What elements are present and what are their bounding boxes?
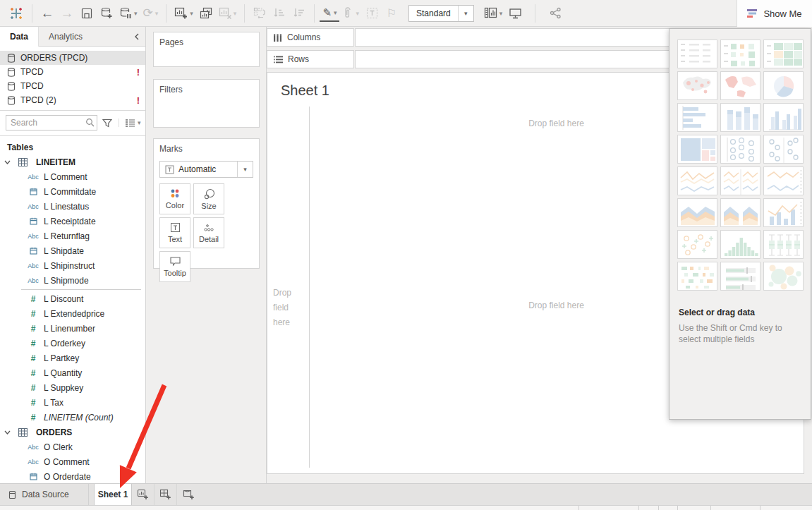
field-item[interactable]: AbcL Shipmode <box>0 273 145 288</box>
fix-axes-button[interactable]: ⚐ <box>382 3 401 24</box>
showme-box-and-whisker-thumbnail[interactable] <box>763 230 804 259</box>
field-item[interactable]: #L Quantity <box>0 365 145 380</box>
showme-side-by-side-bars-thumbnail[interactable] <box>763 103 804 132</box>
filters-card-title: Filters <box>154 80 259 95</box>
redo-button[interactable]: → <box>57 3 77 24</box>
toolbar-divider <box>535 4 535 23</box>
showme-horizontal-bars-thumbnail[interactable] <box>677 103 717 132</box>
swap-rows-columns-button[interactable] <box>250 3 269 24</box>
mark-button-label: Text <box>168 235 182 243</box>
text-mark-button[interactable]: Text <box>159 217 190 248</box>
showme-side-by-side-circles-thumbnail[interactable] <box>763 135 804 164</box>
highlight-button[interactable]: ✎ ▾ <box>320 5 339 22</box>
showme-area-continuous-thumbnail[interactable] <box>677 198 717 227</box>
pause-auto-updates-button[interactable]: ▾ <box>116 3 140 24</box>
showme-lines-continuous-thumbnail[interactable] <box>677 166 717 195</box>
color-mark-button[interactable]: Color <box>159 183 190 214</box>
filters-card[interactable]: Filters <box>153 79 260 128</box>
field-item[interactable]: #L Orderkey <box>0 336 145 351</box>
field-item[interactable]: AbcL Shipinstruct <box>0 258 145 273</box>
showme-gantt-thumbnail[interactable] <box>677 262 717 291</box>
new-story-tab-button[interactable] <box>177 484 200 505</box>
fit-dropdown[interactable]: Standard ▾ <box>408 5 474 22</box>
detail-mark-button[interactable]: Detail <box>193 217 224 248</box>
showme-circle-views-thumbnail[interactable] <box>720 135 761 164</box>
size-mark-button[interactable]: Size <box>193 183 224 214</box>
new-dashboard-tab-button[interactable] <box>154 484 177 505</box>
data-source-item[interactable]: TPCD <box>0 79 145 93</box>
table-group-header[interactable]: LINEITEM <box>0 154 145 169</box>
field-item[interactable]: AbcO Comment <box>0 454 145 469</box>
showme-area-discrete-thumbnail[interactable] <box>720 198 761 227</box>
new-worksheet-tab-button[interactable] <box>132 484 154 505</box>
data-pane: Data Analytics ORDERS (TPCD)TPCD!TPCDTPC… <box>0 27 146 483</box>
field-item[interactable]: #L Tax <box>0 395 145 410</box>
field-item[interactable]: #L Discount <box>0 291 145 306</box>
showme-packed-bubbles-thumbnail[interactable] <box>763 262 804 291</box>
show-mark-labels-button[interactable] <box>362 3 382 24</box>
tooltip-mark-button[interactable]: Tooltip <box>159 251 190 282</box>
tab-analytics[interactable]: Analytics <box>39 27 92 46</box>
mark-type-dropdown[interactable]: Automatic ▾ <box>159 161 253 178</box>
showme-text-table-thumbnail[interactable] <box>677 40 717 68</box>
view-options-icon[interactable]: ▾ <box>119 119 141 127</box>
data-source-tab[interactable]: Data Source <box>0 484 89 505</box>
tables-section-label: Tables <box>0 136 145 154</box>
field-item[interactable]: L Receiptdate <box>0 214 145 229</box>
field-item[interactable]: AbcL Linestatus <box>0 199 145 214</box>
showme-treemap-thumbnail[interactable] <box>677 135 717 164</box>
sort-descending-button[interactable] <box>289 3 309 24</box>
drop-zone-rows[interactable]: Dropfieldhere <box>273 286 307 330</box>
filter-fields-icon[interactable] <box>102 119 112 128</box>
showme-lines-discrete-thumbnail[interactable] <box>720 166 761 195</box>
group-members-button[interactable]: ▾ <box>339 3 362 24</box>
data-source-item[interactable]: TPCD! <box>0 65 145 79</box>
show-me-button[interactable]: Show Me <box>737 0 812 27</box>
showme-heat-map-thumbnail[interactable] <box>720 40 761 68</box>
field-item[interactable]: AbcO Clerk <box>0 439 145 454</box>
field-item[interactable]: #L Suppkey <box>0 380 145 395</box>
field-item[interactable]: O Orderdate <box>0 469 145 483</box>
field-item[interactable]: #L Extendedprice <box>0 306 145 321</box>
field-item[interactable]: #L Linenumber <box>0 321 145 336</box>
clear-sheet-button[interactable]: ▾ <box>216 3 240 24</box>
showme-dual-combination-thumbnail[interactable] <box>763 198 804 227</box>
show-hide-cards-button[interactable]: ▾ <box>481 3 506 24</box>
pages-card[interactable]: Pages <box>153 32 260 67</box>
showme-highlight-table-thumbnail[interactable] <box>763 40 804 68</box>
share-button[interactable] <box>545 3 565 24</box>
run-update-button[interactable]: ⟳ ▾ <box>140 3 162 24</box>
undo-button[interactable]: ← <box>37 3 57 24</box>
data-source-item[interactable]: TPCD (2)! <box>0 93 145 107</box>
collapse-pane-icon[interactable] <box>128 27 145 46</box>
showme-bullet-graph-thumbnail[interactable] <box>720 262 761 291</box>
field-item[interactable]: #L Partkey <box>0 351 145 365</box>
showme-dual-lines-thumbnail[interactable] <box>763 166 804 195</box>
fit-dropdown-caret-icon[interactable]: ▾ <box>458 6 473 21</box>
showme-filled-map-thumbnail[interactable] <box>720 71 761 100</box>
sheet-tab-sheet1[interactable]: Sheet 1 <box>94 484 132 505</box>
sort-ascending-button[interactable] <box>269 3 289 24</box>
duplicate-sheet-button[interactable] <box>196 3 216 24</box>
field-item[interactable]: AbcL Comment <box>0 169 145 184</box>
presentation-mode-button[interactable] <box>505 3 525 24</box>
showme-pie-chart-thumbnail[interactable] <box>763 71 804 100</box>
field-item[interactable]: L Shipdate <box>0 243 145 258</box>
field-item[interactable]: AbcL Returnflag <box>0 229 145 243</box>
mark-button-label: Size <box>201 202 216 210</box>
save-button[interactable] <box>77 3 97 24</box>
mark-type-caret-icon[interactable]: ▾ <box>237 162 253 177</box>
new-worksheet-button[interactable]: ▾ <box>171 3 196 24</box>
table-group-header[interactable]: ORDERS <box>0 425 145 439</box>
search-input[interactable] <box>6 115 97 130</box>
cards-pane: Pages Filters Marks Automatic ▾ ColorSiz… <box>146 27 267 483</box>
field-item[interactable]: L Commitdate <box>0 184 145 199</box>
new-data-source-button[interactable] <box>97 3 116 24</box>
showme-scatter-plot-thumbnail[interactable] <box>677 230 717 259</box>
showme-stacked-bars-thumbnail[interactable] <box>720 103 761 132</box>
tab-data[interactable]: Data <box>0 27 39 47</box>
field-item[interactable]: #LINEITEM (Count) <box>0 410 145 425</box>
showme-symbol-map-thumbnail[interactable] <box>677 71 717 100</box>
data-source-item[interactable]: ORDERS (TPCD) <box>0 51 145 65</box>
showme-histogram-thumbnail[interactable] <box>720 230 761 259</box>
